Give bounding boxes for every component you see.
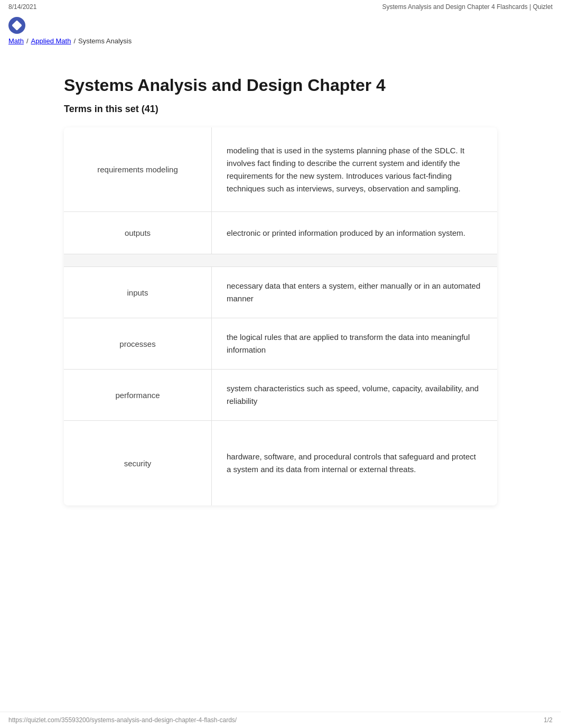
breadcrumb-sep-2: / [73, 37, 76, 45]
spacer-row [64, 254, 497, 267]
flashcard-row-4: performance system characteristics such … [64, 370, 497, 421]
breadcrumb-applied-math[interactable]: Applied Math [31, 37, 71, 45]
flashcard-row-3: processes the logical rules that are app… [64, 318, 497, 370]
term-2: inputs [64, 267, 212, 318]
footer-bar: https://quizlet.com/35593200/systems-ana… [0, 712, 561, 728]
flashcard-row-1: outputs electronic or printed informatio… [64, 212, 497, 254]
page-title-meta: Systems Analysis and Design Chapter 4 Fl… [382, 3, 553, 11]
terms-header: Terms in this set (41) [64, 104, 497, 115]
breadcrumb-math[interactable]: Math [8, 37, 24, 45]
flashcard-row-0: requirements modeling modeling that is u… [64, 127, 497, 212]
definition-5: hardware, software, and procedural contr… [212, 421, 497, 505]
flashcard-row-2: inputs necessary data that enters a syst… [64, 267, 497, 318]
term-5: security [64, 421, 212, 505]
footer-url: https://quizlet.com/35593200/systems-ana… [8, 716, 237, 724]
quizlet-logo[interactable] [8, 17, 25, 34]
definition-3: the logical rules that are applied to tr… [212, 318, 497, 369]
page-title: Systems Analysis and Design Chapter 4 [64, 76, 497, 95]
breadcrumb-current: Systems Analysis [78, 37, 132, 45]
header-nav [0, 14, 561, 36]
flashcard-row-5: security hardware, software, and procedu… [64, 421, 497, 505]
term-0: requirements modeling [64, 127, 212, 211]
top-bar: 8/14/2021 Systems Analysis and Design Ch… [0, 0, 561, 14]
breadcrumb-sep-1: / [26, 37, 29, 45]
breadcrumb: Math / Applied Math / Systems Analysis [0, 36, 561, 49]
definition-2: necessary data that enters a system, eit… [212, 267, 497, 318]
term-3: processes [64, 318, 212, 369]
term-1: outputs [64, 212, 212, 254]
definition-0: modeling that is used in the systems pla… [212, 127, 497, 211]
definition-4: system characteristics such as speed, vo… [212, 370, 497, 420]
logo-inner [12, 20, 22, 31]
date-label: 8/14/2021 [8, 3, 36, 11]
main-content: Systems Analysis and Design Chapter 4 Te… [43, 49, 518, 527]
definition-1: electronic or printed information produc… [212, 212, 497, 254]
footer-page-number: 1/2 [544, 716, 553, 724]
flashcard-list: requirements modeling modeling that is u… [64, 127, 497, 505]
term-4: performance [64, 370, 212, 420]
